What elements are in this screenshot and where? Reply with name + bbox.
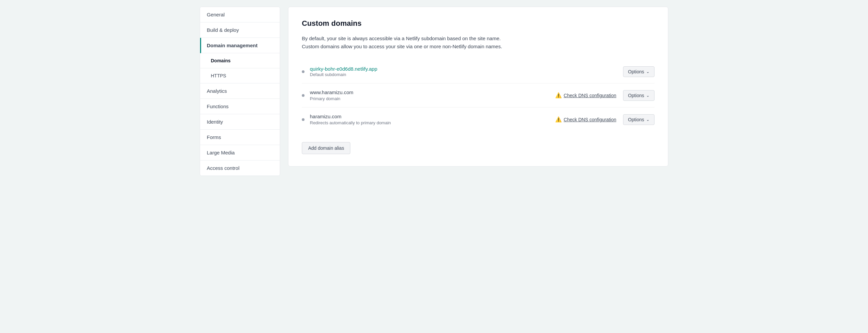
domain-sublabel: Primary domain — [310, 96, 555, 101]
description-line2: Custom domains allow you to access your … — [302, 44, 502, 49]
chevron-down-icon: ⌄ — [646, 70, 650, 74]
domain-info: quirky-bohr-e0d6d8.netlify.app Default s… — [310, 66, 623, 77]
domain-sublabel: Default subdomain — [310, 72, 623, 77]
dns-warning-1[interactable]: ⚠️ Check DNS configuration — [555, 92, 616, 99]
sidebar-item-access-control[interactable]: Access control — [200, 161, 280, 175]
page-title: Custom domains — [302, 19, 654, 28]
domain-info: www.haramizu.com Primary domain — [310, 89, 555, 101]
chevron-down-icon: ⌄ — [646, 93, 650, 98]
domain-sublabel: Redirects automatically to primary domai… — [310, 120, 555, 125]
description: By default, your site is always accessib… — [302, 34, 654, 51]
add-domain-alias-button[interactable]: Add domain alias — [302, 142, 350, 154]
sidebar-item-https[interactable]: HTTPS — [200, 68, 280, 83]
domain-name: www.haramizu.com — [310, 89, 555, 95]
domain-info: haramizu.com Redirects automatically to … — [310, 114, 555, 125]
sidebar-item-large-media[interactable]: Large Media — [200, 145, 280, 161]
table-row: haramizu.com Redirects automatically to … — [302, 108, 654, 131]
sidebar-item-general[interactable]: General — [200, 7, 280, 23]
main-content: Custom domains By default, your site is … — [288, 7, 668, 167]
sidebar-item-domains[interactable]: Domains — [200, 53, 280, 68]
options-button-2[interactable]: Options ⌄ — [623, 90, 654, 101]
domain-bullet — [302, 94, 305, 97]
netlify-subdomain-link[interactable]: quirky-bohr-e0d6d8.netlify.app — [310, 66, 377, 72]
sidebar-item-functions[interactable]: Functions — [200, 99, 280, 114]
sidebar-item-identity[interactable]: Identity — [200, 114, 280, 130]
sidebar: General Build & deploy Domain management… — [200, 7, 280, 176]
sidebar-item-domain-management[interactable]: Domain management — [200, 38, 280, 53]
sidebar-item-build-deploy[interactable]: Build & deploy — [200, 23, 280, 38]
domain-actions: Options ⌄ — [623, 66, 654, 77]
dns-warning-2[interactable]: ⚠️ Check DNS configuration — [555, 116, 616, 122]
table-row: www.haramizu.com Primary domain ⚠️ Check… — [302, 83, 654, 108]
domain-name: haramizu.com — [310, 114, 555, 119]
domain-actions: ⚠️ Check DNS configuration Options ⌄ — [555, 90, 654, 101]
domain-actions: ⚠️ Check DNS configuration Options ⌄ — [555, 114, 654, 125]
check-dns-link-1[interactable]: Check DNS configuration — [564, 93, 616, 98]
sidebar-item-analytics[interactable]: Analytics — [200, 83, 280, 99]
sidebar-item-forms[interactable]: Forms — [200, 130, 280, 145]
options-button-1[interactable]: Options ⌄ — [623, 66, 654, 77]
options-button-3[interactable]: Options ⌄ — [623, 114, 654, 125]
warning-icon: ⚠️ — [555, 92, 562, 99]
description-line1: By default, your site is always accessib… — [302, 35, 501, 41]
domain-bullet — [302, 71, 305, 73]
domain-list: quirky-bohr-e0d6d8.netlify.app Default s… — [302, 60, 654, 131]
warning-icon: ⚠️ — [555, 116, 562, 122]
check-dns-link-2[interactable]: Check DNS configuration — [564, 117, 616, 122]
table-row: quirky-bohr-e0d6d8.netlify.app Default s… — [302, 60, 654, 83]
domain-bullet — [302, 118, 305, 121]
chevron-down-icon: ⌄ — [646, 117, 650, 122]
